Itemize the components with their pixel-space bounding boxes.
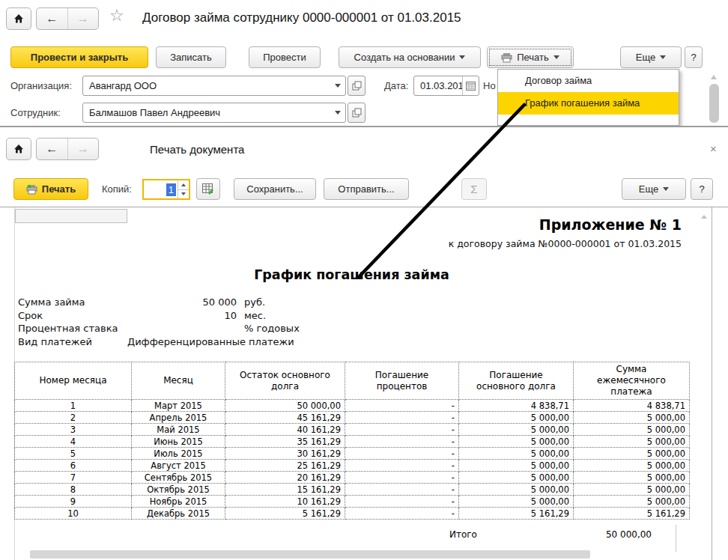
cell: Июль 2015	[132, 448, 225, 460]
post-button[interactable]: Провести	[249, 46, 321, 68]
open-link-icon	[352, 108, 362, 118]
param-value: Дифференцированные платежи	[127, 335, 294, 349]
appendix-title: Приложение № 1	[539, 216, 682, 233]
date-field[interactable]: 01.03.2015	[413, 76, 479, 96]
cell: 5 000,00	[574, 424, 690, 436]
favorite-star-icon[interactable]: ☆	[109, 6, 124, 25]
print-label: Печать	[42, 183, 76, 195]
cell: -	[345, 508, 459, 520]
help-button[interactable]: ?	[691, 178, 713, 200]
forward-button[interactable]: →	[68, 8, 99, 29]
copies-increment-button[interactable]	[178, 180, 189, 189]
cell: -	[345, 424, 459, 436]
employee-field[interactable]: Балмашов Павел Андреевич	[82, 103, 346, 123]
table-settings-button[interactable]	[196, 178, 220, 200]
copies-stepper[interactable]: 1	[142, 179, 190, 200]
chevron-down-icon	[335, 111, 341, 115]
cell: 5 000,00	[459, 472, 574, 484]
cell: 2	[15, 412, 132, 424]
more-button[interactable]: Еще	[620, 46, 682, 68]
back-button[interactable]: ←	[37, 139, 67, 159]
organization-dropdown-button[interactable]	[330, 76, 345, 95]
param-row: Срок10мес.	[18, 309, 302, 323]
cell: 5 161,29	[225, 508, 345, 520]
cell: 5 000,00	[459, 412, 574, 424]
cell: 6	[15, 460, 132, 472]
table-row: 3Май 201540 161,29-5 000,005 000,00	[15, 424, 690, 436]
window1-vertical-scrollbar-thumb[interactable]	[709, 84, 719, 123]
document-title: График погашения займа	[14, 267, 689, 282]
employee-open-button[interactable]	[348, 103, 365, 123]
table-row: 5Июль 201530 161,29-5 000,005 000,00	[15, 448, 690, 460]
param-unit: руб.	[244, 296, 265, 309]
copies-decrement-button[interactable]	[178, 189, 189, 199]
column-header: Месяц	[132, 362, 225, 400]
cell: 50 000,00	[225, 400, 345, 412]
create-based-on-button[interactable]: Создать на основании	[339, 46, 481, 68]
nav-history-group: ← →	[36, 138, 99, 160]
print-submenu: Договор займаГрафик погашения займа	[497, 69, 679, 126]
forward-icon: →	[77, 12, 89, 25]
home-button[interactable]	[6, 7, 31, 30]
send-button[interactable]: Отправить...	[324, 178, 409, 200]
cell: 5 000,00	[574, 460, 690, 472]
cell: 5 000,00	[574, 448, 690, 460]
print-document-window: ← → Печать документа × Печать Копий: 1 С	[0, 126, 728, 560]
cell: 45 161,29	[225, 412, 345, 424]
sum-button[interactable]: Σ	[461, 178, 487, 200]
loan-params: Сумма займа50 000руб.Срок10мес.Процентна…	[18, 296, 302, 348]
help-button[interactable]: ?	[685, 46, 703, 68]
employee-dropdown-button[interactable]	[330, 103, 345, 122]
home-icon	[13, 13, 25, 25]
date-label: Дата:	[384, 80, 408, 91]
cell: 5 000,00	[459, 424, 574, 436]
cell: -	[345, 412, 459, 424]
scroll-up-arrow-icon[interactable]	[701, 215, 707, 219]
date-value: 01.03.2015	[414, 80, 462, 91]
sigma-icon: Σ	[470, 183, 477, 195]
print-label: Печать	[517, 52, 549, 63]
cell: -	[345, 472, 459, 484]
close-icon[interactable]: ×	[710, 142, 717, 155]
calendar-button[interactable]	[462, 76, 479, 95]
home-icon	[13, 143, 25, 155]
table-row: 7Сентябрь 201520 161,29-5 000,005 000,00	[15, 472, 690, 484]
write-button[interactable]: Записать	[156, 46, 226, 68]
cell: 5 000,00	[574, 472, 690, 484]
print-button[interactable]: Печать	[13, 178, 88, 200]
cell: Июнь 2015	[132, 436, 225, 448]
param-label: Вид платежей	[18, 335, 127, 349]
help-label: ?	[699, 183, 704, 195]
print-menu-button[interactable]: Печать	[487, 46, 574, 68]
horizontal-scrollbar-thumb[interactable]	[30, 550, 590, 559]
home-button[interactable]	[6, 138, 31, 160]
organization-field[interactable]: Авангард ООО	[82, 76, 346, 96]
print-preview-area: Приложение № 1 к договору займа №0000-00…	[0, 207, 728, 560]
save-button[interactable]: Сохранить...	[234, 178, 316, 200]
param-unit: мес.	[244, 309, 266, 323]
back-button[interactable]: ←	[37, 8, 67, 29]
printer-icon	[26, 184, 37, 195]
more-button[interactable]: Еще	[622, 178, 686, 200]
cell: 5 161,29	[459, 508, 574, 520]
vertical-scrollbar-track[interactable]	[712, 207, 712, 560]
organization-open-button[interactable]	[348, 76, 365, 96]
copies-label: Копий:	[102, 183, 132, 195]
print-menu-item[interactable]: График погашения займа	[498, 92, 679, 115]
forward-button[interactable]: →	[68, 139, 99, 159]
selected-cell-cursor[interactable]	[15, 209, 127, 223]
cell: 5 000,00	[459, 460, 574, 472]
column-header: Погашение основного долга	[459, 362, 574, 400]
post-and-close-button[interactable]: Провести и закрыть	[10, 46, 148, 68]
table-row: 8Октябрь 201515 161,29-5 000,005 000,00	[15, 484, 690, 496]
param-value	[127, 322, 237, 335]
print-menu-item[interactable]: Договор займа	[498, 70, 679, 92]
create-based-on-label: Создать на основании	[354, 52, 455, 63]
param-value: 10	[127, 309, 237, 323]
param-value: 50 000	[127, 296, 237, 309]
chevron-up-icon	[181, 183, 186, 186]
back-icon: ←	[46, 142, 58, 155]
param-label: Процентная ставка	[18, 322, 127, 335]
scroll-up-arrow-icon[interactable]	[711, 75, 717, 79]
table-row: 2Апрель 201545 161,29-5 000,005 000,00	[15, 412, 690, 424]
